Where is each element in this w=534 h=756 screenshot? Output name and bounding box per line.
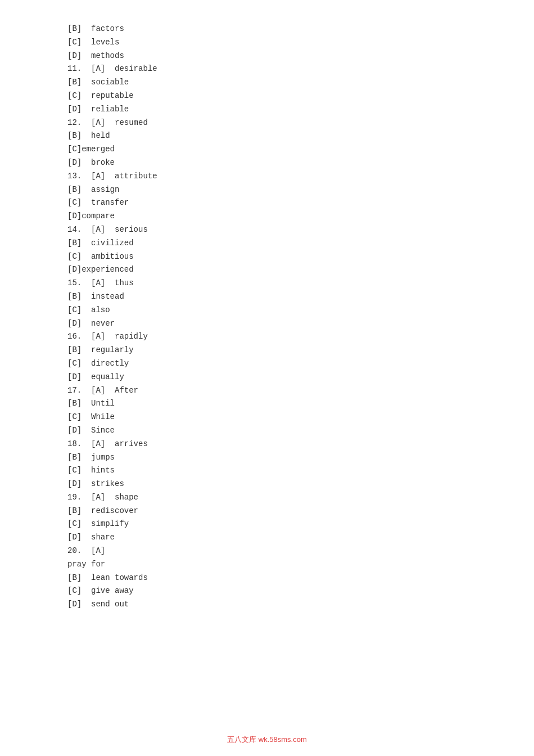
list-item: [D]experienced <box>67 263 467 277</box>
list-item: [C]emerged <box>67 143 467 156</box>
list-item: [D] never <box>67 317 467 331</box>
list-item: [D] share <box>67 531 467 544</box>
list-item: 14. [A] serious <box>67 223 467 237</box>
list-item: [D] Since <box>67 424 467 438</box>
list-item: 18. [A] arrives <box>67 438 467 451</box>
list-item: [C] give away <box>67 584 467 598</box>
list-item: [C] ambitious <box>67 250 467 264</box>
footer-url: wk.58sms.com <box>259 735 307 744</box>
list-item: 16. [A] rapidly <box>67 330 467 344</box>
list-item: [B] jumps <box>67 451 467 465</box>
list-item: [C] reputable <box>67 89 467 103</box>
list-item: [D] methods <box>67 50 467 63</box>
list-item: [D]compare <box>67 210 467 223</box>
list-item: [B] Until <box>67 397 467 411</box>
list-item: [C] levels <box>67 36 467 50</box>
list-item: [B] civilized <box>67 237 467 250</box>
main-content: [B] factors[C] levels[D] methods11. [A] … <box>0 0 534 645</box>
list-item: [B] rediscover <box>67 505 467 518</box>
list-item: pray for <box>67 558 467 572</box>
list-item: [B] factors <box>67 22 467 36</box>
list-item: 19. [A] shape <box>67 491 467 505</box>
list-item: 11. [A] desirable <box>67 62 467 76</box>
footer-brand: 五八文库 <box>227 735 256 744</box>
list-item: [C] While <box>67 411 467 424</box>
list-item: [B] regularly <box>67 344 467 357</box>
list-item: [B] sociable <box>67 76 467 89</box>
list-item: [C] simplify <box>67 518 467 531</box>
list-item: 12. [A] resumed <box>67 116 467 130</box>
list-item: [C] transfer <box>67 196 467 210</box>
list-item: [B] instead <box>67 290 467 304</box>
list-item: [D] strikes <box>67 478 467 491</box>
list-item: [B] lean towards <box>67 572 467 585</box>
list-item: [D] equally <box>67 371 467 384</box>
list-item: [D] send out <box>67 598 467 611</box>
footer: 五八文库 wk.58sms.com <box>0 735 534 745</box>
list-item: 20. [A] <box>67 544 467 558</box>
list-item: [D] reliable <box>67 103 467 116</box>
list-item: [C] also <box>67 304 467 317</box>
list-item: [D] broke <box>67 156 467 170</box>
list-item: [B] assign <box>67 183 467 197</box>
list-item: 13. [A] attribute <box>67 170 467 183</box>
list-item: [B] held <box>67 129 467 143</box>
list-item: 17. [A] After <box>67 384 467 398</box>
list-item: [C] hints <box>67 464 467 478</box>
list-item: [C] directly <box>67 357 467 371</box>
list-item: 15. [A] thus <box>67 277 467 290</box>
